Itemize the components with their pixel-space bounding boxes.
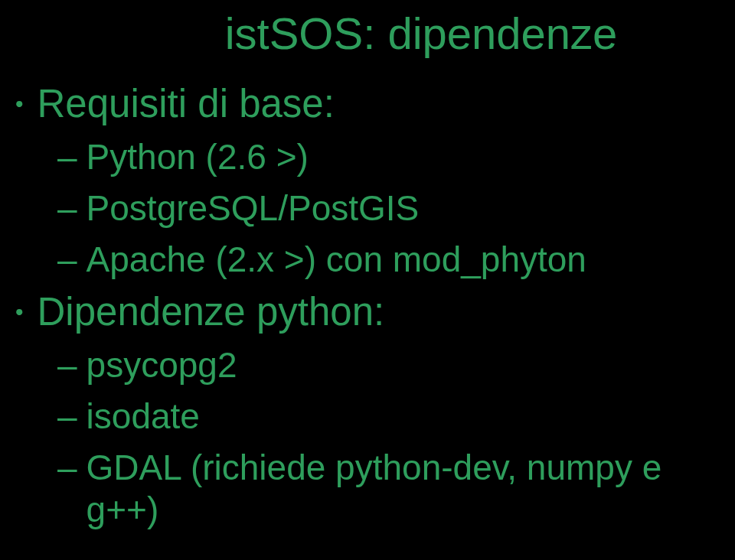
list-item-text: Requisiti di base: <box>38 82 335 127</box>
dash-icon: – <box>57 344 77 386</box>
dash-icon: – <box>57 396 77 437</box>
dash-icon: – <box>57 239 77 280</box>
list-item-text: psycopg2 <box>87 344 237 386</box>
dash-icon: – <box>57 187 77 229</box>
bullet-icon: • <box>15 290 24 334</box>
list-item-text: PostgreSQL/PostGIS <box>87 187 420 230</box>
list-item: – psycopg2 <box>15 344 720 386</box>
list-item-text: isodate <box>87 396 200 438</box>
list-item: – Apache (2.x >) con mod_phyton <box>15 239 720 281</box>
slide-content: • Requisiti di base: – Python (2.6 >) – … <box>0 82 735 532</box>
bullet-icon: • <box>15 82 24 126</box>
list-item: – PostgreSQL/PostGIS <box>15 187 720 230</box>
dash-icon: – <box>57 447 77 488</box>
list-item: • Requisiti di base: <box>15 82 720 127</box>
dash-icon: – <box>57 136 77 177</box>
list-item-text: Apache (2.x >) con mod_phyton <box>87 239 586 281</box>
list-item-text: GDAL (richiede python-dev, numpy e g++) <box>87 447 720 531</box>
list-item-text: Python (2.6 >) <box>87 136 309 178</box>
list-item: – GDAL (richiede python-dev, numpy e g++… <box>15 447 720 531</box>
list-item-text: Dipendenze python: <box>38 290 385 335</box>
list-item: – isodate <box>15 396 720 438</box>
list-item: – Python (2.6 >) <box>15 136 720 178</box>
slide-title: istSOS: dipendenze <box>0 8 735 59</box>
slide: istSOS: dipendenze • Requisiti di base: … <box>0 0 735 560</box>
list-item: • Dipendenze python: <box>15 290 720 335</box>
